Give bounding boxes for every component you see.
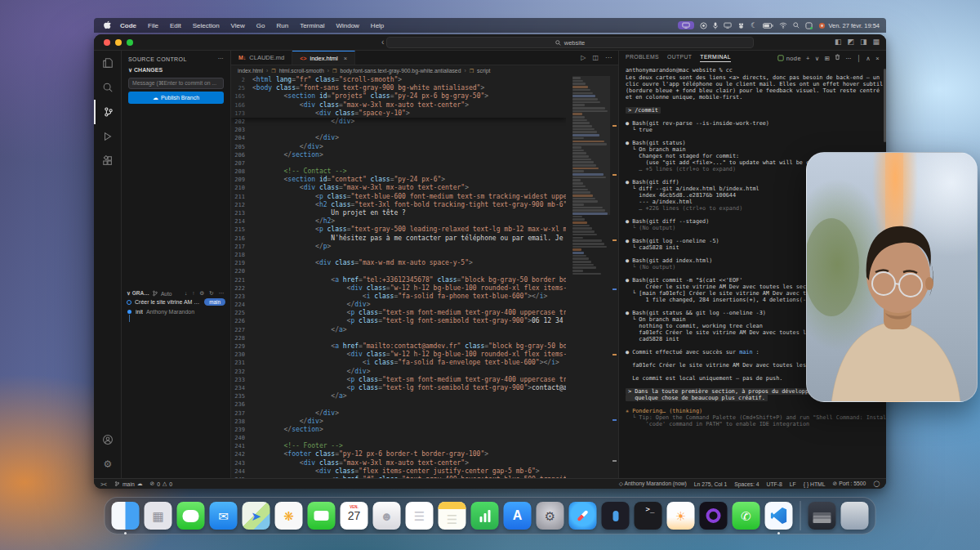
code-line[interactable]: 233 <p class="text-sm font-medium text-g… — [231, 376, 566, 384]
maps-icon[interactable]: ➤ — [243, 502, 270, 530]
weather-sunset-icon[interactable]: ☀ — [667, 502, 695, 530]
code-line[interactable]: 231 <i class="fa-solid fa-envelope text-… — [231, 359, 566, 367]
vscode-icon[interactable] — [765, 502, 793, 530]
customize-layout-icon[interactable]: ▦ — [872, 38, 880, 46]
menu-item-help[interactable]: Help — [365, 22, 390, 29]
terminal-icon[interactable]: >_ — [635, 502, 662, 530]
tab-index.html[interactable]: <>index.html× — [292, 51, 355, 65]
code-line[interactable]: 243 <div class="max-w-3xl mx-auto text-c… — [231, 459, 566, 467]
moon-icon[interactable]: ☾ — [751, 21, 757, 29]
code-line[interactable]: 235 </a> — [231, 392, 566, 400]
code-line[interactable]: 206 </section> — [231, 151, 566, 159]
code-line[interactable]: 221 <a href="tel:+33612345678" class="bl… — [231, 276, 566, 284]
close-panel-icon[interactable]: × — [875, 55, 880, 62]
code-line[interactable]: 220 — [231, 267, 566, 275]
code-line[interactable]: 208 <!-- Contact --> — [231, 168, 566, 176]
code-line[interactable]: 205 </div> — [231, 143, 566, 151]
code-line[interactable]: 242 <footer class="py-12 px-6 border-t b… — [231, 450, 566, 458]
breadcrumb-file[interactable]: index.html — [238, 68, 263, 74]
zoom-window-button[interactable] — [127, 39, 133, 46]
panel-tab-output[interactable]: OUTPUT — [667, 54, 692, 62]
split-editor-icon[interactable]: ◫ — [592, 54, 599, 61]
remote-indicator[interactable]: >< — [100, 481, 107, 487]
code-line[interactable]: 230 <div class="w-12 h-12 bg-blue-100 ro… — [231, 351, 566, 359]
mic-icon[interactable] — [713, 22, 718, 29]
notes-icon[interactable]: ☰ — [439, 502, 466, 530]
indentation[interactable]: Spaces: 4 — [734, 481, 759, 487]
graph-section-title[interactable]: ∨ GRA… — [127, 290, 149, 297]
code-editor[interactable]: 2<html lang="fr" class="scroll-smooth">2… — [231, 76, 566, 478]
assist-icon[interactable] — [737, 22, 745, 29]
terminal-scrollbar[interactable] — [884, 69, 886, 142]
code-line[interactable]: 210 <div class="max-w-3xl mx-auto text-c… — [231, 184, 566, 192]
close-tab-icon[interactable]: × — [344, 55, 347, 62]
toggle-panel-icon[interactable]: ◩ — [847, 38, 854, 46]
voice-recorder-icon[interactable] — [602, 502, 630, 530]
commit-message-input[interactable]: Message (⌘Enter to commit on ... — [128, 78, 224, 89]
close-window-button[interactable] — [104, 39, 110, 46]
breadcrumb-item[interactable]: html.scroll-smooth — [279, 68, 324, 74]
stocks-icon[interactable] — [471, 502, 499, 530]
problems-status[interactable]: ⊘0 △0 — [149, 481, 172, 487]
code-line[interactable]: 212 <h2 class="text-3xl font-bold tracki… — [231, 201, 566, 209]
code-line[interactable]: 225 <p class="text-sm font-medium text-g… — [231, 309, 566, 317]
run-preview-icon[interactable]: ▷ — [581, 54, 586, 61]
code-line[interactable]: 244 <div class="flex items-center justif… — [231, 467, 566, 476]
terminal-instance-node[interactable]: node — [777, 55, 801, 62]
toggle-primary-sidebar-icon[interactable]: ◧ — [835, 38, 842, 46]
code-line[interactable]: 218 — [231, 251, 566, 259]
code-line[interactable]: 232 </div> — [231, 368, 566, 376]
branch-status[interactable]: main ☁ — [114, 481, 143, 487]
system-settings-icon[interactable]: ⚙ — [537, 502, 564, 530]
wifi-icon[interactable] — [779, 22, 787, 29]
menu-item-file[interactable]: File — [142, 22, 164, 29]
live-server-port[interactable]: ⊘ Port : 5500 — [833, 481, 866, 487]
code-line[interactable]: 229 <a href="mailto:contact@amdev.fr" cl… — [231, 342, 566, 351]
code-line[interactable]: 207 — [231, 159, 566, 168]
code-line[interactable]: 227 </a> — [231, 326, 566, 334]
code-line[interactable]: 239 </section> — [231, 426, 566, 434]
maximize-panel-icon[interactable]: ∧ — [866, 55, 871, 62]
search-icon[interactable] — [793, 22, 800, 29]
breadcrumb[interactable]: index.html›❒html.scroll-smooth›❒body.fon… — [231, 65, 618, 76]
settings-gear-icon[interactable]: ⚙ — [94, 452, 122, 476]
menu-item-run[interactable]: Run — [270, 22, 294, 29]
photos-icon[interactable]: ❋ — [275, 502, 303, 530]
user-presence[interactable]: ◇ Anthony Marandon (now) — [619, 481, 687, 487]
sidebar-more-icon[interactable]: ⋯ — [218, 56, 224, 62]
search-icon[interactable] — [94, 75, 122, 100]
code-line[interactable]: 211 <p class="text-blue-600 font-medium … — [231, 193, 566, 201]
safari-icon[interactable] — [569, 502, 597, 530]
split-terminal-icon[interactable]: ⊞ — [825, 55, 831, 62]
code-line[interactable]: 216 N'hésitez pas à me contacter par tél… — [231, 235, 566, 243]
commit-row[interactable]: Créer le site vitrine AM D…main — [122, 297, 230, 307]
graph-action-icons[interactable]: ↓ ↑ ⚙ ↻ ⋯ — [185, 290, 225, 297]
code-line[interactable]: 202 </div> — [231, 118, 566, 126]
menu-item-terminal[interactable]: Terminal — [294, 22, 330, 29]
encoding[interactable]: UTF-8 — [767, 481, 782, 487]
apple-menu-icon[interactable] — [100, 20, 114, 31]
code-line[interactable]: 237 </div> — [231, 409, 566, 418]
phone-icon[interactable]: ✆ — [733, 502, 760, 530]
menu-item-code[interactable]: Code — [114, 22, 142, 29]
changes-section-header[interactable]: ∨ CHANGES — [122, 65, 230, 75]
calendar-icon[interactable]: VEN.27 — [341, 502, 368, 530]
minimize-window-button[interactable] — [115, 39, 122, 46]
code-line[interactable]: 236 — [231, 400, 566, 409]
graph-auto-label[interactable]: Auto — [161, 291, 172, 297]
appstore-icon[interactable]: A — [504, 502, 532, 530]
menu-item-window[interactable]: Window — [330, 22, 364, 29]
display-icon[interactable] — [724, 22, 732, 29]
menu-item-selection[interactable]: Selection — [187, 22, 225, 29]
code-line[interactable]: 204 </div> — [231, 134, 566, 142]
code-line[interactable]: 203 — [231, 126, 566, 134]
tab-claude.md[interactable]: M↓CLAUDE.md — [231, 51, 292, 65]
mail-icon[interactable]: ✉ — [210, 502, 238, 530]
more-icon[interactable]: ⋯ — [845, 55, 852, 62]
menu-clock[interactable]: Ven. 27 févr. 19:54 — [826, 22, 880, 29]
toggle-secondary-sidebar-icon[interactable]: ◨ — [860, 38, 867, 46]
launchpad-icon[interactable]: ▦ — [145, 502, 172, 530]
code-line[interactable]: 165 <section id="projets" class="py-24 p… — [231, 92, 566, 101]
code-line[interactable]: 234 <p class="text-lg font-semibold text… — [231, 384, 566, 392]
code-line[interactable]: 222 <div class="w-12 h-12 bg-blue-100 ro… — [231, 284, 566, 293]
